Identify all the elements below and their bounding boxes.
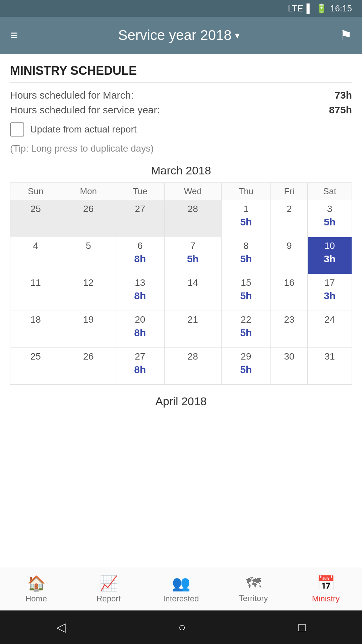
dropdown-arrow-icon: ▾ <box>235 30 240 41</box>
nav-report[interactable]: 📈 Report <box>72 575 145 603</box>
territory-icon: 🗺 <box>246 575 261 592</box>
march-cell-w3-d0[interactable]: 18 <box>10 311 61 348</box>
interested-icon: 👥 <box>172 575 190 592</box>
report-icon: 📈 <box>100 575 118 592</box>
march-cell-w1-d0[interactable]: 4 <box>10 237 61 274</box>
bottom-nav: 🏠 Home 📈 Report 👥 Interested 🗺 Territory… <box>0 567 362 610</box>
march-cell-w0-d3[interactable]: 28 <box>164 200 221 237</box>
nav-ministry[interactable]: 📅 Ministry <box>290 575 362 603</box>
nav-territory[interactable]: 🗺 Territory <box>217 575 290 603</box>
march-cell-w4-d1[interactable]: 26 <box>61 348 116 385</box>
march-cell-w4-d5[interactable]: 30 <box>271 348 308 385</box>
col-tue: Tue <box>116 183 164 200</box>
march-cell-w2-d1[interactable]: 12 <box>61 274 116 311</box>
march-cell-w1-d5[interactable]: 9 <box>271 237 308 274</box>
col-thu: Thu <box>221 183 271 200</box>
march-cell-w1-d2[interactable]: 68h <box>116 237 164 274</box>
nav-interested[interactable]: 👥 Interested <box>145 575 217 603</box>
march-cell-w3-d5[interactable]: 23 <box>271 311 308 348</box>
march-cell-w3-d2[interactable]: 208h <box>116 311 164 348</box>
col-sat: Sat <box>308 183 352 200</box>
ministry-icon: 📅 <box>317 575 335 592</box>
android-nav-bar: ◁ ○ □ <box>0 610 362 644</box>
march-cell-w2-d4[interactable]: 155h <box>221 274 271 311</box>
march-cell-w3-d1[interactable]: 19 <box>61 311 116 348</box>
col-wed: Wed <box>164 183 221 200</box>
home-label: Home <box>25 594 47 603</box>
nav-home[interactable]: 🏠 Home <box>0 575 72 603</box>
menu-icon[interactable]: ≡ <box>10 28 18 43</box>
march-cell-w2-d3[interactable]: 14 <box>164 274 221 311</box>
hours-year-label: Hours scheduled for service year: <box>10 104 160 116</box>
territory-label: Territory <box>239 594 268 603</box>
ministry-label: Ministry <box>312 594 340 603</box>
col-fri: Fri <box>271 183 308 200</box>
header-title-container[interactable]: Service year 2018 ▾ <box>118 27 240 43</box>
signal-icon: ▌ <box>307 3 313 14</box>
back-button[interactable]: ◁ <box>56 620 66 634</box>
header-title-text: Service year 2018 <box>118 27 232 43</box>
hours-year-row: Hours scheduled for service year: 875h <box>10 104 352 116</box>
update-checkbox-row: Update from actual report <box>10 122 352 137</box>
hours-march-row: Hours scheduled for March: 73h <box>10 90 352 101</box>
march-calendar: March 2018 Sun Mon Tue Wed Thu Fri Sat 2… <box>10 164 352 385</box>
update-checkbox-label: Update from actual report <box>30 124 137 135</box>
march-cell-w0-d0[interactable]: 25 <box>10 200 61 237</box>
status-bar: LTE ▌ 🔋 16:15 <box>0 0 362 17</box>
battery-icon: 🔋 <box>316 3 327 14</box>
col-sun: Sun <box>10 183 61 200</box>
report-label: Report <box>97 594 121 603</box>
home-button[interactable]: ○ <box>178 620 186 634</box>
interested-label: Interested <box>163 594 199 603</box>
col-mon: Mon <box>61 183 116 200</box>
march-cell-w3-d4[interactable]: 225h <box>221 311 271 348</box>
hours-march-value: 73h <box>335 90 352 101</box>
time: 16:15 <box>330 3 352 14</box>
march-cell-w2-d5[interactable]: 16 <box>271 274 308 311</box>
march-cell-w1-d6[interactable]: 103h <box>308 237 352 274</box>
march-cell-w0-d2[interactable]: 27 <box>116 200 164 237</box>
app-header: ≡ Service year 2018 ▾ ⚑ <box>0 17 362 54</box>
update-checkbox[interactable] <box>10 122 24 137</box>
hours-year-value: 875h <box>329 104 352 116</box>
april-title: April 2018 <box>10 395 352 408</box>
march-cell-w4-d4[interactable]: 295h <box>221 348 271 385</box>
march-cell-w1-d3[interactable]: 75h <box>164 237 221 274</box>
march-cell-w4-d6[interactable]: 31 <box>308 348 352 385</box>
march-cell-w4-d3[interactable]: 28 <box>164 348 221 385</box>
section-title: MINISTRY SCHEDULE <box>10 64 352 83</box>
lte-icon: LTE <box>288 3 303 14</box>
march-cell-w2-d6[interactable]: 173h <box>308 274 352 311</box>
march-cell-w0-d5[interactable]: 2 <box>271 200 308 237</box>
march-cell-w4-d0[interactable]: 25 <box>10 348 61 385</box>
march-cell-w2-d0[interactable]: 11 <box>10 274 61 311</box>
march-cell-w3-d6[interactable]: 24 <box>308 311 352 348</box>
march-cell-w0-d1[interactable]: 26 <box>61 200 116 237</box>
hours-march-label: Hours scheduled for March: <box>10 90 134 101</box>
march-title: March 2018 <box>10 164 352 177</box>
march-cell-w2-d2[interactable]: 138h <box>116 274 164 311</box>
status-icons: LTE ▌ 🔋 16:15 <box>288 3 352 14</box>
march-cell-w0-d4[interactable]: 15h <box>221 200 271 237</box>
main-content: MINISTRY SCHEDULE Hours scheduled for Ma… <box>0 54 362 567</box>
home-icon: 🏠 <box>27 575 46 592</box>
recent-apps-button[interactable]: □ <box>298 620 306 634</box>
march-cell-w0-d6[interactable]: 35h <box>308 200 352 237</box>
march-cell-w3-d3[interactable]: 21 <box>164 311 221 348</box>
april-calendar: April 2018 <box>10 395 352 408</box>
tip-text: (Tip: Long press to duplicate days) <box>10 143 352 154</box>
march-cell-w1-d1[interactable]: 5 <box>61 237 116 274</box>
march-grid: Sun Mon Tue Wed Thu Fri Sat 2526272815h2… <box>10 182 352 385</box>
flag-icon[interactable]: ⚑ <box>340 28 352 43</box>
march-cell-w1-d4[interactable]: 85h <box>221 237 271 274</box>
march-cell-w4-d2[interactable]: 278h <box>116 348 164 385</box>
